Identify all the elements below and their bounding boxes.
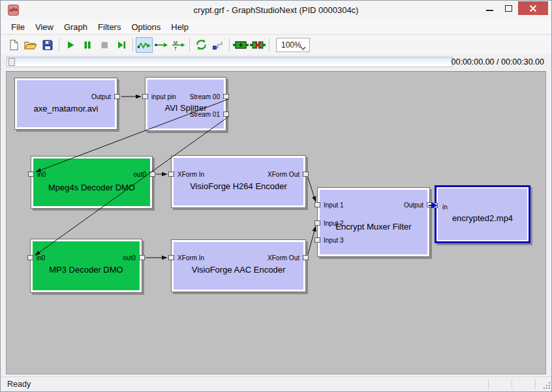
direct-connect-icon (154, 39, 168, 51)
pin-connector[interactable] (168, 255, 174, 260)
remove-filter-button[interactable] (249, 37, 266, 53)
step-button[interactable] (113, 37, 130, 53)
status-text: Ready (7, 377, 31, 391)
refresh-icon (195, 38, 207, 51)
filter-node-output-file[interactable]: encrypted2.mp4in (435, 185, 530, 243)
new-document-icon (8, 39, 20, 51)
connection-arrowhead (313, 226, 316, 232)
filter-node-label: MP3 Decoder DMO (31, 265, 142, 275)
maximize-icon (505, 5, 512, 12)
menu-help[interactable]: Help (166, 21, 194, 33)
toolbar-separator (229, 38, 230, 52)
insert-filter-button[interactable] (232, 37, 249, 53)
statusbar-divider (512, 379, 512, 389)
direct-connect-button[interactable] (153, 37, 170, 53)
pin-label: Output (404, 202, 423, 209)
refresh-graph-button[interactable] (192, 37, 209, 53)
seek-row: 00:00:00.00 / 00:00:30.00 (1, 54, 552, 70)
maximize-button[interactable] (499, 1, 518, 15)
minimize-button[interactable] (480, 1, 499, 15)
pin-label: out0 (134, 171, 146, 178)
pin-label: XForm Out (268, 254, 299, 262)
pin-connector[interactable] (314, 220, 320, 226)
close-icon (529, 5, 537, 12)
statusbar-divider (488, 379, 489, 389)
menu-graph[interactable]: Graph (59, 21, 93, 33)
connection-arrowhead (136, 95, 142, 98)
filter-node-label: Mpeg4s Decoder DMO (31, 183, 152, 192)
filter-node-aac-encoder[interactable]: VisioForge AAC EncoderXForm InXForm Out (171, 239, 306, 292)
pin-connector[interactable] (432, 203, 438, 208)
pin-connector[interactable] (303, 172, 309, 177)
menu-filters[interactable]: Filters (93, 21, 126, 33)
filter-node-label: VisioForge H264 Encoder (172, 181, 305, 191)
pin-connector[interactable] (149, 172, 155, 177)
pin-connector[interactable] (168, 172, 174, 177)
pin-connector[interactable] (314, 237, 320, 243)
tool-bar: M T (1, 35, 552, 54)
pin-connector[interactable] (114, 94, 120, 99)
save-icon (42, 39, 54, 51)
pin-label: out0 (123, 254, 136, 262)
pin-label: Input 3 (324, 237, 344, 244)
pin-connector[interactable] (27, 255, 33, 260)
pin-label: XForm In (177, 254, 204, 262)
open-folder-icon (24, 39, 37, 51)
pin-connector[interactable] (303, 255, 309, 260)
stop-icon (99, 39, 110, 51)
filter-node-mp3-decoder[interactable]: MP3 Decoder DMOin0out0 (30, 239, 142, 293)
pin-connector[interactable] (139, 255, 145, 260)
pin-connector[interactable] (314, 202, 320, 207)
time-display: 00:00:00.00 / 00:00:30.00 (452, 54, 545, 70)
pause-button[interactable] (79, 37, 96, 53)
remote-graph-button[interactable] (209, 37, 226, 53)
filter-node-avi-splitter[interactable]: AVI Splitterinput pinStream 00Stream 01 (145, 77, 226, 131)
toolbar-separator (132, 38, 133, 52)
filter-node-mpeg4s-decoder[interactable]: Mpeg4s Decoder DMOin0out0 (31, 156, 153, 209)
connection-arrowhead (312, 196, 316, 202)
close-button[interactable] (518, 1, 548, 15)
pin-label: Input 2 (324, 220, 344, 227)
render-pin-button[interactable]: M T (170, 37, 187, 53)
zoom-select[interactable]: 100% (276, 38, 310, 52)
filter-node-h264-encoder[interactable]: VisioForge H264 EncoderXForm InXForm Out (171, 155, 306, 208)
filter-node-encrypt-muxer[interactable]: Encrypt Muxer FilterInput 1Input 2Input … (317, 187, 430, 257)
title-bar[interactable]: crypt.grf - GraphStudioNext (PID 0000304… (1, 1, 551, 20)
resize-grip[interactable] (542, 380, 550, 389)
status-bar: Ready (1, 376, 552, 391)
menu-options[interactable]: Options (126, 21, 166, 33)
play-button[interactable] (62, 37, 79, 53)
pin-connector[interactable] (28, 172, 34, 177)
remote-graph-icon (211, 39, 224, 51)
seek-thumb[interactable] (8, 58, 15, 66)
new-document-button[interactable] (5, 37, 22, 53)
statusbar-divider (535, 379, 536, 389)
pin-label: Input 1 (324, 202, 344, 209)
menu-view[interactable]: View (30, 21, 59, 33)
pin-label: in0 (37, 254, 45, 262)
svg-text:M: M (174, 40, 177, 44)
pause-icon (82, 39, 93, 51)
minimize-icon (486, 10, 493, 11)
pin-label: in (442, 204, 448, 211)
connection-line[interactable] (308, 232, 314, 254)
toolbar-separator (189, 38, 190, 52)
graph-canvas[interactable]: axe_matamor.aviOutputAVI Splitterinput p… (6, 71, 546, 374)
seek-slider[interactable] (7, 57, 453, 67)
intelligent-connect-button[interactable] (136, 37, 153, 53)
open-file-button[interactable] (22, 37, 39, 53)
pin-label: XForm Out (268, 171, 299, 178)
filter-node-label: axe_matamor.avi (15, 104, 117, 113)
pin-connector[interactable] (142, 94, 148, 99)
pin-label: XForm In (177, 171, 204, 178)
pin-label: Output (91, 93, 111, 100)
zoom-value: 100% (281, 40, 301, 50)
stop-button[interactable] (96, 37, 113, 53)
connection-line[interactable] (308, 177, 314, 196)
menu-file[interactable]: File (6, 21, 30, 33)
pin-connector[interactable] (223, 94, 229, 99)
pin-label: in0 (37, 171, 46, 178)
pin-connector[interactable] (223, 112, 229, 117)
save-file-button[interactable] (39, 37, 56, 53)
filter-node-source-file[interactable]: axe_matamor.aviOutput (14, 78, 117, 130)
